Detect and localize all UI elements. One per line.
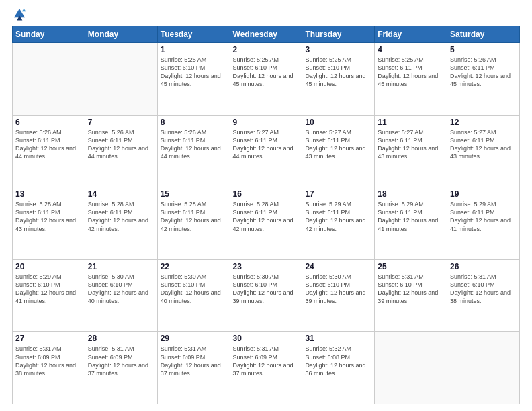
header: [12, 7, 520, 21]
day-info: Sunrise: 5:30 AM Sunset: 6:10 PM Dayligh…: [161, 273, 227, 306]
day-number: 27: [15, 334, 82, 343]
day-number: 25: [378, 262, 444, 271]
calendar-cell: 26Sunrise: 5:31 AM Sunset: 6:10 PM Dayli…: [447, 259, 520, 332]
day-number: 18: [378, 189, 444, 199]
calendar-cell: 28Sunrise: 5:31 AM Sunset: 6:09 PM Dayli…: [85, 332, 157, 404]
day-info: Sunrise: 5:30 AM Sunset: 6:10 PM Dayligh…: [88, 273, 154, 306]
calendar-cell: 15Sunrise: 5:28 AM Sunset: 6:11 PM Dayli…: [157, 187, 230, 260]
day-info: Sunrise: 5:29 AM Sunset: 6:11 PM Dayligh…: [305, 200, 371, 233]
day-number: 28: [88, 334, 154, 343]
calendar-cell: 3Sunrise: 5:25 AM Sunset: 6:10 PM Daylig…: [302, 43, 375, 116]
day-info: Sunrise: 5:29 AM Sunset: 6:10 PM Dayligh…: [15, 273, 82, 306]
column-header-monday: Monday: [85, 26, 157, 43]
day-number: 1: [161, 45, 227, 54]
day-number: 6: [15, 118, 82, 127]
day-info: Sunrise: 5:31 AM Sunset: 6:09 PM Dayligh…: [15, 345, 82, 377]
column-header-wednesday: Wednesday: [230, 26, 302, 43]
calendar-cell: 13Sunrise: 5:28 AM Sunset: 6:11 PM Dayli…: [13, 187, 85, 260]
day-number: 17: [305, 189, 371, 199]
day-info: Sunrise: 5:27 AM Sunset: 6:11 PM Dayligh…: [378, 128, 444, 161]
day-number: 16: [233, 189, 300, 199]
day-info: Sunrise: 5:30 AM Sunset: 6:10 PM Dayligh…: [305, 273, 371, 306]
calendar-cell: 6Sunrise: 5:26 AM Sunset: 6:11 PM Daylig…: [13, 115, 85, 187]
day-info: Sunrise: 5:28 AM Sunset: 6:11 PM Dayligh…: [88, 200, 154, 233]
day-number: 30: [233, 334, 300, 343]
week-row-3: 13Sunrise: 5:28 AM Sunset: 6:11 PM Dayli…: [13, 187, 520, 260]
day-info: Sunrise: 5:27 AM Sunset: 6:11 PM Dayligh…: [450, 128, 517, 161]
calendar-cell: 29Sunrise: 5:31 AM Sunset: 6:09 PM Dayli…: [157, 332, 230, 404]
day-number: 26: [450, 262, 517, 271]
column-header-sunday: Sunday: [13, 26, 85, 43]
column-header-friday: Friday: [375, 26, 447, 43]
day-info: Sunrise: 5:27 AM Sunset: 6:11 PM Dayligh…: [305, 128, 371, 161]
day-info: Sunrise: 5:28 AM Sunset: 6:11 PM Dayligh…: [233, 200, 300, 233]
day-info: Sunrise: 5:25 AM Sunset: 6:10 PM Dayligh…: [305, 56, 371, 89]
week-row-2: 6Sunrise: 5:26 AM Sunset: 6:11 PM Daylig…: [13, 115, 520, 187]
day-info: Sunrise: 5:26 AM Sunset: 6:11 PM Dayligh…: [450, 56, 517, 89]
calendar-cell: 17Sunrise: 5:29 AM Sunset: 6:11 PM Dayli…: [302, 187, 375, 260]
calendar-cell: 25Sunrise: 5:31 AM Sunset: 6:10 PM Dayli…: [375, 259, 447, 332]
calendar-cell: 9Sunrise: 5:27 AM Sunset: 6:11 PM Daylig…: [230, 115, 302, 187]
day-info: Sunrise: 5:27 AM Sunset: 6:11 PM Dayligh…: [233, 128, 300, 161]
calendar-cell: 27Sunrise: 5:31 AM Sunset: 6:09 PM Dayli…: [13, 332, 85, 404]
calendar-cell: [85, 43, 157, 116]
day-number: 21: [88, 262, 154, 271]
calendar-cell: 20Sunrise: 5:29 AM Sunset: 6:10 PM Dayli…: [13, 259, 85, 332]
day-info: Sunrise: 5:26 AM Sunset: 6:11 PM Dayligh…: [88, 128, 154, 161]
column-header-saturday: Saturday: [447, 26, 520, 43]
day-info: Sunrise: 5:26 AM Sunset: 6:11 PM Dayligh…: [161, 128, 227, 161]
day-info: Sunrise: 5:31 AM Sunset: 6:09 PM Dayligh…: [233, 345, 300, 377]
day-number: 9: [233, 118, 300, 127]
column-header-tuesday: Tuesday: [157, 26, 230, 43]
day-number: 14: [88, 189, 154, 199]
day-number: 5: [450, 45, 517, 54]
day-number: 29: [161, 334, 227, 343]
calendar-cell: 24Sunrise: 5:30 AM Sunset: 6:10 PM Dayli…: [302, 259, 375, 332]
day-number: 3: [305, 45, 371, 54]
day-number: 4: [378, 45, 444, 54]
column-header-thursday: Thursday: [302, 26, 375, 43]
logo-icon: [12, 7, 27, 21]
calendar-cell: 10Sunrise: 5:27 AM Sunset: 6:11 PM Dayli…: [302, 115, 375, 187]
calendar-cell: [447, 332, 520, 404]
week-row-4: 20Sunrise: 5:29 AM Sunset: 6:10 PM Dayli…: [13, 259, 520, 332]
day-info: Sunrise: 5:25 AM Sunset: 6:10 PM Dayligh…: [233, 56, 300, 89]
calendar-table: SundayMondayTuesdayWednesdayThursdayFrid…: [12, 26, 520, 404]
calendar-cell: 31Sunrise: 5:32 AM Sunset: 6:08 PM Dayli…: [302, 332, 375, 404]
calendar-cell: 12Sunrise: 5:27 AM Sunset: 6:11 PM Dayli…: [447, 115, 520, 187]
day-number: 2: [233, 45, 300, 54]
calendar-cell: [13, 43, 85, 116]
calendar-cell: 30Sunrise: 5:31 AM Sunset: 6:09 PM Dayli…: [230, 332, 302, 404]
header-row: SundayMondayTuesdayWednesdayThursdayFrid…: [13, 26, 520, 43]
week-row-5: 27Sunrise: 5:31 AM Sunset: 6:09 PM Dayli…: [13, 332, 520, 404]
calendar-cell: 7Sunrise: 5:26 AM Sunset: 6:11 PM Daylig…: [85, 115, 157, 187]
day-info: Sunrise: 5:31 AM Sunset: 6:09 PM Dayligh…: [161, 345, 227, 377]
day-number: 23: [233, 262, 300, 271]
day-number: 13: [15, 189, 82, 199]
day-info: Sunrise: 5:28 AM Sunset: 6:11 PM Dayligh…: [161, 200, 227, 233]
day-info: Sunrise: 5:32 AM Sunset: 6:08 PM Dayligh…: [305, 345, 371, 377]
logo: [12, 7, 30, 21]
calendar-cell: 18Sunrise: 5:29 AM Sunset: 6:11 PM Dayli…: [375, 187, 447, 260]
day-number: 15: [161, 189, 227, 199]
day-number: 11: [378, 118, 444, 127]
svg-marker-2: [22, 9, 26, 11]
day-number: 7: [88, 118, 154, 127]
calendar-cell: 14Sunrise: 5:28 AM Sunset: 6:11 PM Dayli…: [85, 187, 157, 260]
day-info: Sunrise: 5:29 AM Sunset: 6:11 PM Dayligh…: [450, 200, 517, 233]
day-number: 22: [161, 262, 227, 271]
day-number: 10: [305, 118, 371, 127]
calendar-cell: [375, 332, 447, 404]
day-info: Sunrise: 5:29 AM Sunset: 6:11 PM Dayligh…: [378, 200, 444, 233]
calendar-cell: 11Sunrise: 5:27 AM Sunset: 6:11 PM Dayli…: [375, 115, 447, 187]
calendar-cell: 1Sunrise: 5:25 AM Sunset: 6:10 PM Daylig…: [157, 43, 230, 116]
calendar-cell: 19Sunrise: 5:29 AM Sunset: 6:11 PM Dayli…: [447, 187, 520, 260]
page: SundayMondayTuesdayWednesdayThursdayFrid…: [0, 0, 532, 411]
day-info: Sunrise: 5:26 AM Sunset: 6:11 PM Dayligh…: [15, 128, 82, 161]
day-info: Sunrise: 5:31 AM Sunset: 6:09 PM Dayligh…: [88, 345, 154, 377]
calendar-cell: 21Sunrise: 5:30 AM Sunset: 6:10 PM Dayli…: [85, 259, 157, 332]
day-info: Sunrise: 5:25 AM Sunset: 6:10 PM Dayligh…: [161, 56, 227, 89]
day-number: 12: [450, 118, 517, 127]
day-number: 24: [305, 262, 371, 271]
day-number: 8: [161, 118, 227, 127]
